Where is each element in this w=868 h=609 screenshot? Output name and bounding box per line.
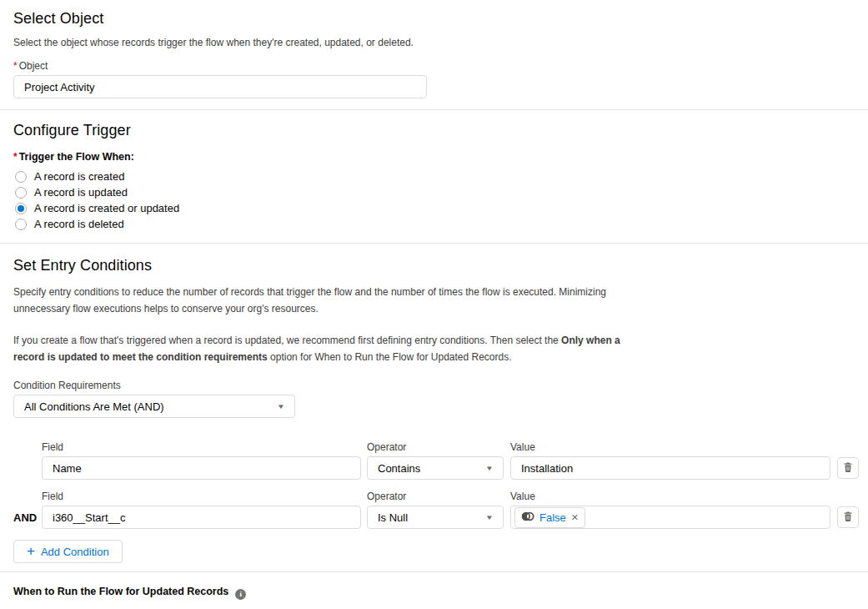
entry-conditions-description-2: If you create a flow that's triggered wh… [13,332,654,365]
radio-option-record-created[interactable]: A record is created [13,170,868,183]
chevron-down-icon: ▼ [485,465,494,472]
operator-label: Operator [367,491,504,502]
condition-requirements-value: All Conditions Are Met (AND) [24,400,164,413]
condition-requirements-label: Condition Requirements [13,380,868,391]
field-input-value: i360__Start__c [53,511,125,524]
boolean-toggle-icon [521,510,534,526]
condition-field-column: Field Name [42,441,361,480]
plus-icon: + [27,544,35,558]
radio-option-record-updated[interactable]: A record is updated [13,186,868,199]
required-asterisk: * [13,151,18,163]
operator-value: Contains [378,462,420,475]
value-input[interactable]: False ✕ [510,506,830,529]
object-field-label: *Object [13,60,868,72]
radio-label: A record is created [34,170,124,183]
condition-row: Field Name Operator Contains ▼ Value Ins… [13,441,859,480]
configure-trigger-title: Configure Trigger [13,122,868,139]
condition-gutter: AND [13,506,42,529]
field-input-value: Name [53,462,82,475]
chevron-down-icon: ▼ [277,403,285,410]
condition-operator-column: Operator Contains ▼ [367,441,504,480]
entry-conditions-section: Set Entry Conditions Specify entry condi… [0,244,868,571]
info-icon[interactable]: i [235,589,246,600]
add-condition-button[interactable]: + Add Condition [13,540,123,563]
field-label: Field [42,491,361,502]
radio-icon-checked[interactable] [15,203,27,214]
remove-pill-icon[interactable]: ✕ [571,512,579,523]
radio-label: A record is created or updated [34,202,179,214]
delete-condition-button[interactable] [837,457,859,479]
and-connector-label: AND [13,511,37,524]
field-label: Field [42,441,361,453]
pill-value-label: False [539,511,566,524]
trigger-options-group: A record is created A record is updated … [13,170,868,230]
trash-icon [842,511,854,525]
condition-value-column: Value Installation [510,441,830,480]
delete-condition-button[interactable] [837,506,859,528]
condition-requirements-select[interactable]: All Conditions Are Met (AND) ▼ [13,395,295,418]
condition-rows: Field Name Operator Contains ▼ Value Ins… [13,441,868,529]
condition-gutter [13,456,42,480]
required-asterisk: * [13,60,18,72]
select-object-title: Select Object [13,10,868,28]
field-input[interactable]: Name [42,456,361,480]
chevron-down-icon: ▼ [485,514,494,521]
radio-option-record-created-or-updated[interactable]: A record is created or updated [13,202,868,214]
entry-conditions-description-1: Specify entry conditions to reduce the n… [13,284,654,317]
select-object-section: Select Object Select the object whose re… [0,0,868,109]
value-label: Value [510,441,830,453]
radio-icon[interactable] [15,187,27,199]
global-constant-false-pill[interactable]: False ✕ [514,507,585,528]
operator-select[interactable]: Contains ▼ [367,456,504,480]
object-input-value: Project Activity [24,81,95,93]
radio-label: A record is updated [34,186,128,199]
condition-field-column: Field i360__Start__c [42,491,361,529]
select-object-description: Select the object whose records trigger … [13,34,654,51]
trash-icon [842,461,854,476]
condition-operator-column: Operator Is Null ▼ [367,491,504,529]
configure-trigger-section: Configure Trigger *Trigger the Flow When… [0,110,868,243]
radio-icon[interactable] [15,171,27,183]
object-input[interactable]: Project Activity [13,75,427,98]
condition-row: AND Field i360__Start__c Operator Is Nul… [13,491,859,529]
radio-label: A record is deleted [34,218,124,230]
value-input-value: Installation [521,462,573,475]
value-input[interactable]: Installation [510,456,830,480]
when-to-run-label: When to Run the Flow for Updated Records… [13,586,246,597]
radio-icon[interactable] [15,219,27,230]
condition-value-column: Value False ✕ [510,491,830,529]
operator-value: Is Null [378,511,408,524]
value-label: Value [510,491,830,502]
add-condition-label: Add Condition [41,546,109,558]
operator-label: Operator [367,441,504,453]
operator-select[interactable]: Is Null ▼ [367,506,504,529]
field-input[interactable]: i360__Start__c [42,506,361,529]
when-to-run-section: When to Run the Flow for Updated Records… [0,572,868,609]
entry-conditions-title: Set Entry Conditions [13,257,868,274]
radio-option-record-deleted[interactable]: A record is deleted [13,218,868,230]
trigger-when-label: *Trigger the Flow When: [13,151,868,163]
